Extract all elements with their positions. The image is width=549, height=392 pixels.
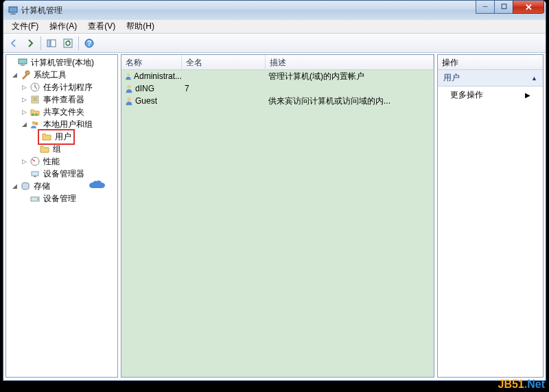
user-icon bbox=[124, 71, 132, 81]
tree-storage[interactable]: ◢ 存储 bbox=[6, 180, 117, 192]
tree-root[interactable]: 计算机管理(本地) bbox=[6, 56, 117, 69]
toolbar: ? bbox=[3, 34, 546, 53]
menu-bar: 文件(F) 操作(A) 查看(V) 帮助(H) bbox=[3, 20, 546, 34]
maximize-button[interactable]: ☐ bbox=[494, 1, 513, 14]
show-hide-button[interactable] bbox=[44, 36, 59, 51]
svg-rect-5 bbox=[64, 39, 72, 47]
svg-point-16 bbox=[32, 113, 34, 116]
folder-icon bbox=[41, 131, 52, 142]
svg-rect-22 bbox=[34, 176, 36, 177]
tree-performance[interactable]: ▷ 性能 bbox=[6, 155, 117, 168]
menu-view[interactable]: 查看(V) bbox=[82, 19, 121, 34]
watermark: JB51.Net bbox=[498, 378, 545, 391]
list-panel: 名称 全名 描述 Administrat... 管理计算机(域)的内置帐户 dI… bbox=[121, 54, 434, 378]
actions-panel: 操作 用户 ▲ 更多操作 ▶ bbox=[437, 54, 544, 378]
window-controls: ─ ☐ ✕ bbox=[476, 1, 544, 14]
refresh-button[interactable] bbox=[60, 36, 75, 51]
svg-rect-2 bbox=[10, 14, 16, 14]
tree-groups[interactable]: 组 bbox=[6, 143, 117, 155]
svg-rect-3 bbox=[47, 40, 50, 47]
actions-header: 操作 bbox=[438, 55, 543, 70]
tree-device-manager[interactable]: 设备管理器 bbox=[6, 168, 117, 180]
tree-shared-folders[interactable]: ▷ 共享文件夹 bbox=[6, 106, 117, 118]
expander-closed-icon[interactable]: ▷ bbox=[20, 95, 28, 104]
tree-sys-tools[interactable]: ◢ 系统工具 bbox=[6, 69, 117, 81]
list-row[interactable]: Administrat... 管理计算机(域)的内置帐户 bbox=[121, 70, 434, 82]
app-icon bbox=[8, 5, 19, 16]
toolbar-separator bbox=[40, 36, 41, 50]
clock-icon bbox=[30, 82, 40, 93]
list-header: 名称 全名 描述 bbox=[121, 55, 434, 70]
storage-icon bbox=[20, 181, 31, 192]
event-icon bbox=[30, 94, 40, 105]
forward-button[interactable] bbox=[23, 36, 38, 51]
column-name[interactable]: 名称 bbox=[121, 55, 182, 69]
menu-help[interactable]: 帮助(H) bbox=[121, 19, 160, 34]
computer-icon bbox=[17, 57, 28, 68]
expander-open-icon[interactable]: ◢ bbox=[20, 120, 28, 128]
expander-open-icon[interactable]: ◢ bbox=[10, 182, 19, 190]
device-icon bbox=[30, 168, 40, 179]
svg-rect-13 bbox=[32, 96, 38, 103]
back-button[interactable] bbox=[6, 36, 21, 51]
titlebar[interactable]: 计算机管理 ─ ☐ ✕ bbox=[3, 1, 546, 20]
tree-event-viewer[interactable]: ▷ 事件查看器 bbox=[6, 93, 117, 106]
expander-icon[interactable] bbox=[8, 58, 16, 67]
svg-text:?: ? bbox=[87, 40, 91, 47]
list-row[interactable]: Guest 供来宾访问计算机或访问域的内... bbox=[121, 95, 434, 107]
svg-point-11 bbox=[25, 71, 30, 75]
menu-action[interactable]: 操作(A) bbox=[44, 19, 82, 34]
tree-view[interactable]: 计算机管理(本地) ◢ 系统工具 ▷ 任务计划程序 ▷ 事件查看器 bbox=[6, 55, 117, 206]
disk-icon bbox=[30, 193, 40, 204]
svg-rect-21 bbox=[32, 172, 38, 176]
svg-point-19 bbox=[35, 122, 38, 126]
expander-closed-icon[interactable]: ▷ bbox=[20, 157, 28, 165]
list-body[interactable]: Administrat... 管理计算机(域)的内置帐户 dING 7 Gues… bbox=[121, 70, 434, 107]
computer-management-window: 计算机管理 ─ ☐ ✕ 文件(F) 操作(A) 查看(V) 帮助(H) ? 计算… bbox=[3, 0, 546, 381]
tree-panel: 计算机管理(本地) ◢ 系统工具 ▷ 任务计划程序 ▷ 事件查看器 bbox=[5, 54, 118, 378]
tree-disk-management[interactable]: 设备管理 bbox=[6, 192, 117, 205]
tree-task-scheduler[interactable]: ▷ 任务计划程序 bbox=[6, 81, 117, 93]
collapse-icon: ▲ bbox=[531, 75, 537, 82]
actions-more[interactable]: 更多操作 ▶ bbox=[438, 87, 543, 104]
svg-point-6 bbox=[66, 41, 70, 45]
close-button[interactable]: ✕ bbox=[513, 1, 544, 14]
expander-closed-icon[interactable]: ▷ bbox=[20, 108, 28, 116]
user-icon bbox=[124, 96, 134, 106]
svg-rect-4 bbox=[51, 40, 56, 47]
svg-rect-10 bbox=[21, 65, 25, 66]
svg-rect-0 bbox=[9, 7, 17, 12]
menu-file[interactable]: 文件(F) bbox=[6, 19, 44, 34]
expander-open-icon[interactable]: ◢ bbox=[10, 71, 19, 79]
minimize-button[interactable]: ─ bbox=[476, 1, 495, 14]
content-area: 计算机管理(本地) ◢ 系统工具 ▷ 任务计划程序 ▷ 事件查看器 bbox=[5, 54, 544, 378]
svg-point-17 bbox=[35, 113, 38, 116]
svg-rect-1 bbox=[12, 12, 14, 14]
folder-icon bbox=[39, 143, 50, 154]
list-row[interactable]: dING 7 bbox=[121, 82, 434, 95]
svg-rect-9 bbox=[19, 59, 27, 64]
cloud-icon bbox=[89, 181, 108, 192]
shared-folder-icon bbox=[30, 106, 40, 117]
submenu-icon: ▶ bbox=[525, 91, 530, 99]
help-button[interactable]: ? bbox=[82, 36, 97, 51]
svg-point-25 bbox=[37, 198, 38, 200]
performance-icon bbox=[30, 156, 40, 167]
svg-point-28 bbox=[127, 97, 130, 101]
svg-point-26 bbox=[127, 73, 130, 76]
svg-point-27 bbox=[127, 85, 130, 89]
user-icon bbox=[124, 84, 134, 93]
tools-icon bbox=[20, 69, 31, 80]
window-title: 计算机管理 bbox=[21, 5, 62, 16]
actions-section-users[interactable]: 用户 ▲ bbox=[438, 70, 543, 87]
expander-closed-icon[interactable]: ▷ bbox=[20, 83, 28, 91]
tree-users[interactable]: 用户 bbox=[6, 130, 117, 143]
column-fullname[interactable]: 全名 bbox=[182, 55, 266, 69]
column-description[interactable]: 描述 bbox=[266, 55, 434, 69]
toolbar-separator bbox=[78, 36, 79, 50]
